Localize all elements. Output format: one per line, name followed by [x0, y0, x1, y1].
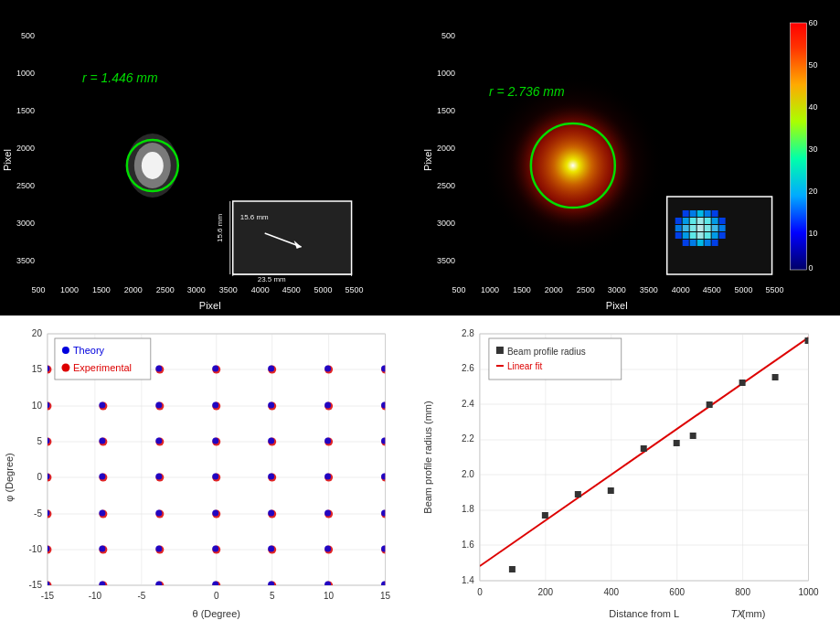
- svg-text:2000: 2000: [124, 285, 143, 294]
- svg-rect-86: [696, 232, 703, 239]
- br-legend-beam: Beam profile radius: [506, 347, 585, 357]
- svg-point-227: [62, 347, 69, 354]
- svg-point-207: [268, 546, 274, 552]
- panel-bottom-right: 0 200 400 600 800 1000 Distance from L T…: [420, 316, 841, 631]
- svg-text:15: 15: [32, 364, 43, 374]
- svg-text:2.2: 2.2: [462, 433, 474, 444]
- svg-rect-77: [682, 225, 688, 231]
- svg-point-145: [99, 402, 105, 409]
- svg-text:5500: 5500: [346, 285, 364, 294]
- svg-text:2500: 2500: [436, 181, 454, 190]
- svg-rect-80: [704, 225, 710, 231]
- svg-text:10: 10: [32, 401, 43, 411]
- svg-point-191: [212, 510, 218, 517]
- svg-rect-90: [682, 240, 688, 246]
- svg-text:600: 600: [669, 587, 685, 597]
- svg-text:2.4: 2.4: [462, 399, 474, 409]
- svg-point-149: [212, 402, 218, 409]
- svg-text:0: 0: [808, 263, 813, 273]
- svg-text:2500: 2500: [576, 285, 594, 294]
- svg-rect-66: [696, 210, 703, 217]
- svg-text:1500: 1500: [92, 285, 111, 294]
- svg-text:-10: -10: [89, 591, 102, 601]
- svg-rect-92: [696, 240, 703, 246]
- panel-top-left: Pixel Pixel 500 1000 1500 2000 2500 3000…: [0, 0, 420, 316]
- svg-rect-87: [704, 232, 710, 239]
- svg-rect-84: [682, 232, 688, 239]
- tl-xaxis-label: Pixel: [199, 300, 221, 311]
- svg-rect-264: [607, 487, 613, 494]
- svg-text:500: 500: [21, 31, 35, 40]
- svg-point-201: [99, 546, 105, 552]
- svg-text:800: 800: [735, 587, 750, 597]
- svg-rect-55: [790, 23, 806, 270]
- br-xaxis-unit: (mm): [741, 608, 765, 619]
- svg-rect-72: [696, 218, 703, 224]
- svg-text:4500: 4500: [702, 285, 720, 294]
- svg-point-165: [268, 438, 274, 444]
- svg-point-21: [142, 152, 164, 179]
- svg-text:20: 20: [32, 328, 43, 338]
- svg-point-189: [155, 510, 162, 517]
- svg-text:500: 500: [452, 285, 465, 294]
- svg-point-187: [99, 510, 105, 517]
- svg-rect-273: [495, 347, 503, 354]
- svg-rect-73: [704, 218, 710, 224]
- svg-text:200: 200: [537, 587, 553, 597]
- br-legend-fit: Linear fit: [506, 361, 541, 371]
- svg-text:3000: 3000: [436, 219, 454, 228]
- br-xaxis-label: Distance from L: [609, 608, 679, 619]
- svg-rect-261: [508, 566, 515, 572]
- main-grid: Pixel Pixel 500 1000 1500 2000 2500 3000…: [0, 0, 840, 631]
- svg-text:4500: 4500: [282, 285, 301, 294]
- svg-rect-70: [682, 218, 688, 224]
- svg-rect-75: [718, 218, 725, 224]
- svg-text:3500: 3500: [16, 256, 35, 265]
- svg-point-193: [268, 510, 274, 517]
- svg-text:3500: 3500: [639, 285, 657, 294]
- svg-text:1500: 1500: [512, 285, 530, 294]
- svg-text:4000: 4000: [251, 285, 270, 294]
- svg-rect-266: [673, 440, 679, 446]
- svg-point-151: [268, 402, 274, 409]
- tl-yaxis-label: Pixel: [2, 149, 13, 171]
- svg-rect-65: [689, 210, 696, 217]
- svg-text:3000: 3000: [187, 285, 206, 294]
- svg-text:0: 0: [477, 587, 483, 597]
- svg-text:2000: 2000: [16, 144, 35, 153]
- svg-text:60: 60: [808, 18, 817, 27]
- svg-rect-94: [711, 240, 718, 246]
- svg-text:0: 0: [37, 472, 42, 482]
- svg-text:15: 15: [380, 591, 391, 601]
- svg-rect-262: [541, 512, 548, 519]
- svg-text:4000: 4000: [671, 285, 689, 294]
- svg-text:-10: -10: [29, 544, 43, 554]
- svg-text:2000: 2000: [544, 285, 562, 294]
- svg-text:-5: -5: [34, 508, 42, 519]
- svg-text:-15: -15: [41, 591, 55, 601]
- panel-top-right: Pixel Pixel 500 1000 1500 2000 2500 3000…: [420, 0, 841, 316]
- svg-point-175: [155, 474, 162, 480]
- svg-text:1.4: 1.4: [462, 575, 474, 585]
- svg-rect-265: [640, 445, 646, 452]
- bl-legend-theory: Theory: [73, 345, 105, 356]
- svg-rect-89: [718, 232, 725, 239]
- svg-rect-76: [675, 225, 681, 231]
- svg-point-209: [324, 546, 331, 552]
- svg-point-173: [99, 474, 105, 480]
- svg-point-177: [212, 474, 218, 480]
- svg-text:500: 500: [31, 285, 45, 294]
- svg-text:50: 50: [808, 60, 817, 70]
- svg-rect-267: [689, 433, 696, 439]
- svg-point-153: [324, 402, 331, 409]
- svg-rect-78: [689, 225, 696, 231]
- br-yaxis-label: Beam profile radius (mm): [421, 401, 432, 513]
- svg-point-195: [324, 510, 331, 517]
- svg-point-161: [155, 438, 162, 444]
- svg-text:20: 20: [808, 187, 817, 196]
- svg-text:500: 500: [441, 31, 454, 40]
- svg-rect-64: [682, 210, 688, 217]
- svg-text:23.5 mm: 23.5 mm: [258, 275, 286, 283]
- svg-text:1000: 1000: [16, 69, 35, 78]
- svg-text:1000: 1000: [480, 285, 498, 294]
